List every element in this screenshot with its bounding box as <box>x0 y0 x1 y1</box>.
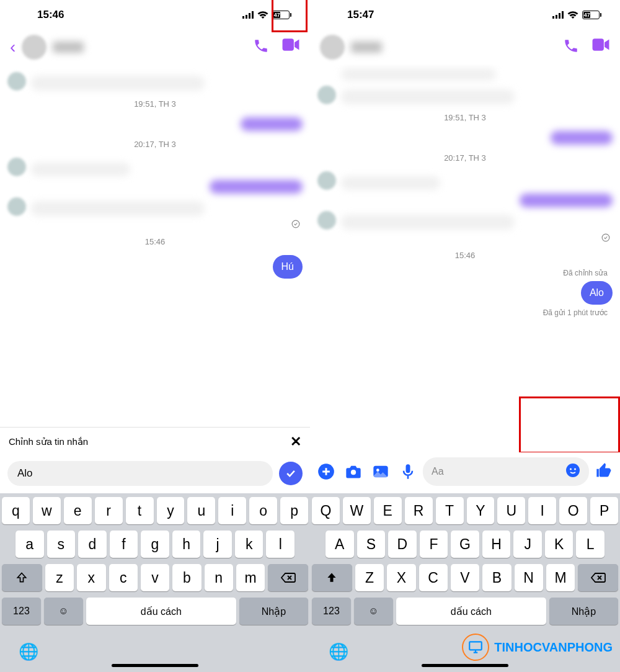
message-incoming[interactable] <box>317 86 613 104</box>
message-outgoing[interactable] <box>317 194 613 207</box>
message-outgoing[interactable] <box>7 180 303 194</box>
numeric-key[interactable]: 123 <box>2 598 41 625</box>
key-v[interactable]: V <box>451 564 479 591</box>
key-b[interactable]: B <box>482 564 511 591</box>
key-v[interactable]: v <box>141 564 169 591</box>
home-indicator[interactable] <box>422 664 508 667</box>
key-a[interactable]: A <box>326 531 354 558</box>
key-r[interactable]: r <box>95 497 123 524</box>
key-p[interactable]: p <box>280 497 308 524</box>
like-button[interactable] <box>595 462 613 482</box>
key-n[interactable]: n <box>205 564 233 591</box>
key-w[interactable]: W <box>343 497 371 524</box>
add-button[interactable] <box>317 463 335 480</box>
key-d[interactable]: D <box>388 531 417 558</box>
camera-button[interactable] <box>345 463 362 480</box>
message-incoming[interactable] <box>7 72 303 91</box>
key-r[interactable]: R <box>405 497 433 524</box>
key-q[interactable]: Q <box>312 497 340 524</box>
key-i[interactable]: I <box>528 497 556 524</box>
key-j[interactable]: j <box>203 531 232 558</box>
audio-call-button[interactable] <box>563 38 579 56</box>
contact-avatar[interactable] <box>22 35 46 60</box>
key-y[interactable]: Y <box>467 497 495 524</box>
key-f[interactable]: f <box>110 531 138 558</box>
message-outgoing[interactable] <box>317 131 613 145</box>
key-e[interactable]: e <box>64 497 92 524</box>
key-p[interactable]: P <box>590 497 618 524</box>
key-b[interactable]: b <box>172 564 201 591</box>
backspace-key[interactable] <box>578 564 618 591</box>
globe-key[interactable]: 🌐 <box>329 642 348 661</box>
key-o[interactable]: O <box>559 497 587 524</box>
key-h[interactable]: H <box>482 531 511 558</box>
spacebar[interactable]: dấu cách <box>86 598 236 625</box>
key-m[interactable]: M <box>546 564 575 591</box>
message-incoming[interactable] <box>7 158 303 176</box>
key-u[interactable]: u <box>187 497 215 524</box>
key-c[interactable]: C <box>419 564 448 591</box>
key-o[interactable]: o <box>249 497 277 524</box>
backspace-key[interactable] <box>268 564 308 591</box>
key-s[interactable]: S <box>357 531 386 558</box>
message-incoming[interactable] <box>317 171 613 190</box>
key-w[interactable]: w <box>33 497 61 524</box>
shift-key[interactable] <box>2 564 42 591</box>
message-outgoing-edited[interactable]: Alo <box>317 281 613 305</box>
messages-area[interactable]: 19:51, TH 3 20:17, TH 3 15:46 Hú <box>0 65 310 427</box>
key-j[interactable]: J <box>513 531 542 558</box>
message-incoming[interactable] <box>317 211 613 230</box>
numeric-key[interactable]: 123 <box>312 598 351 625</box>
gallery-button[interactable] <box>372 463 389 480</box>
audio-call-button[interactable] <box>253 38 269 56</box>
key-z[interactable]: Z <box>355 564 384 591</box>
key-u[interactable]: U <box>497 497 525 524</box>
key-c[interactable]: c <box>109 564 138 591</box>
video-call-button[interactable] <box>281 38 300 56</box>
message-input[interactable]: Aa <box>423 457 589 486</box>
key-q[interactable]: q <box>2 497 30 524</box>
emoji-key[interactable]: ☺ <box>354 598 393 625</box>
key-g[interactable]: g <box>141 531 169 558</box>
messages-area[interactable]: 19:51, TH 3 20:17, TH 3 15:46 Đã chỉnh s… <box>310 65 620 452</box>
key-l[interactable]: L <box>576 531 604 558</box>
video-call-button[interactable] <box>591 38 610 56</box>
key-x[interactable]: X <box>387 564 415 591</box>
key-z[interactable]: z <box>45 564 74 591</box>
sticker-icon[interactable] <box>565 463 580 480</box>
send-button[interactable] <box>279 462 303 485</box>
home-indicator[interactable] <box>112 664 198 667</box>
key-k[interactable]: k <box>235 531 264 558</box>
key-s[interactable]: s <box>47 531 76 558</box>
key-g[interactable]: G <box>451 531 479 558</box>
close-edit-button[interactable]: ✕ <box>290 434 301 450</box>
key-m[interactable]: m <box>236 564 265 591</box>
key-t[interactable]: T <box>436 497 464 524</box>
message-outgoing[interactable] <box>7 117 303 131</box>
key-n[interactable]: N <box>515 564 543 591</box>
globe-key[interactable]: 🌐 <box>19 642 38 661</box>
key-e[interactable]: E <box>374 497 402 524</box>
enter-key[interactable]: Nhập <box>549 598 618 625</box>
back-button[interactable]: ‹ <box>10 37 16 57</box>
key-f[interactable]: F <box>420 531 448 558</box>
key-x[interactable]: x <box>77 564 105 591</box>
key-l[interactable]: l <box>266 531 294 558</box>
shift-key[interactable] <box>312 564 352 591</box>
key-k[interactable]: K <box>545 531 574 558</box>
contact-avatar[interactable] <box>320 35 345 60</box>
key-y[interactable]: y <box>157 497 185 524</box>
key-h[interactable]: h <box>172 531 201 558</box>
emoji-key[interactable]: ☺ <box>44 598 83 625</box>
mic-button[interactable] <box>399 463 417 480</box>
message-incoming[interactable] <box>7 197 303 216</box>
key-d[interactable]: d <box>78 531 107 558</box>
enter-key[interactable]: Nhập <box>239 598 308 625</box>
key-t[interactable]: t <box>126 497 154 524</box>
message-input[interactable] <box>7 461 273 486</box>
key-a[interactable]: a <box>16 531 44 558</box>
message-outgoing-current[interactable]: Hú <box>7 255 303 279</box>
contact-name[interactable] <box>53 42 84 53</box>
spacebar[interactable]: dấu cách <box>396 598 546 625</box>
key-i[interactable]: i <box>218 497 246 524</box>
